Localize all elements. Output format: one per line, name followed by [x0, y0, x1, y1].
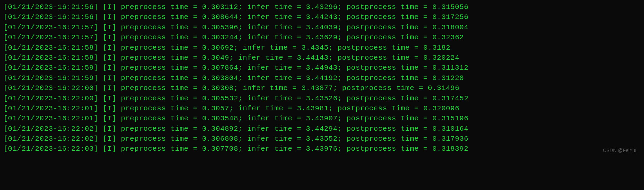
log-line: [01/21/2023-16:21:58] [I] preprocess tim… — [3, 43, 641, 53]
log-line: [01/21/2023-16:21:56] [I] preprocess tim… — [3, 12, 641, 22]
log-line: [01/21/2023-16:22:01] [I] preprocess tim… — [3, 103, 641, 113]
log-line: [01/21/2023-16:22:01] [I] preprocess tim… — [3, 113, 641, 123]
log-line: [01/21/2023-16:22:03] [I] preprocess tim… — [3, 144, 641, 154]
log-line: [01/21/2023-16:21:58] [I] preprocess tim… — [3, 53, 641, 63]
log-line: [01/21/2023-16:22:00] [I] preprocess tim… — [3, 93, 641, 103]
log-line: [01/21/2023-16:21:59] [I] preprocess tim… — [3, 63, 641, 73]
log-line: [01/21/2023-16:21:57] [I] preprocess tim… — [3, 22, 641, 32]
terminal-log-output: [01/21/2023-16:21:56] [I] preprocess tim… — [3, 2, 641, 154]
watermark-text: CSDN @FeiYuL — [603, 147, 638, 154]
log-line: [01/21/2023-16:22:02] [I] preprocess tim… — [3, 124, 641, 134]
log-line: [01/21/2023-16:21:57] [I] preprocess tim… — [3, 32, 641, 42]
log-line: [01/21/2023-16:21:59] [I] preprocess tim… — [3, 73, 641, 83]
log-line: [01/21/2023-16:22:02] [I] preprocess tim… — [3, 134, 641, 144]
log-line: [01/21/2023-16:22:00] [I] preprocess tim… — [3, 83, 641, 93]
log-line: [01/21/2023-16:21:56] [I] preprocess tim… — [3, 2, 641, 12]
